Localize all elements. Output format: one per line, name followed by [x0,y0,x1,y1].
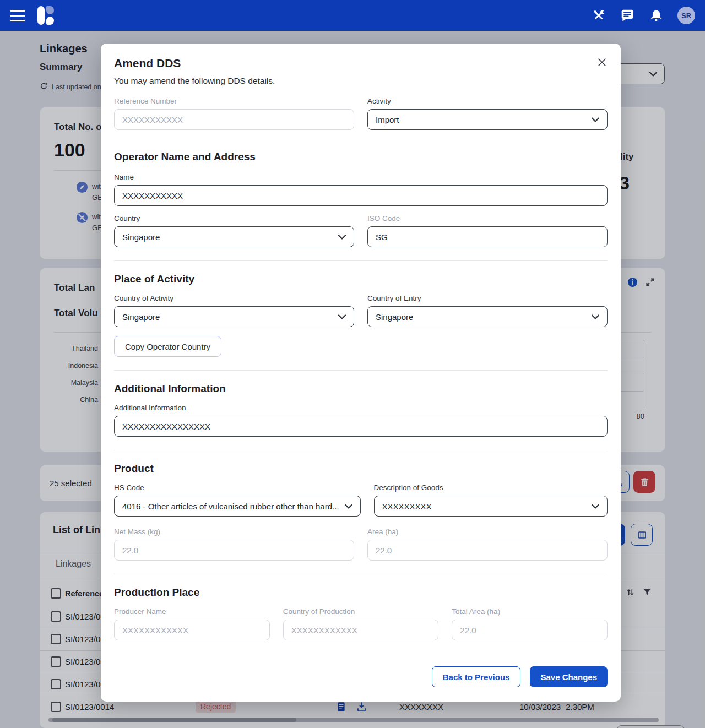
name-label: Name [114,173,608,181]
product-section-heading: Product [114,463,608,475]
reference-number-field: Reference Number [114,97,354,130]
hs-code-select[interactable]: 4016 - Other articles of vulcanised rubb… [114,496,361,517]
chevron-down-icon [338,314,346,319]
place-section-heading: Place of Activity [114,273,608,285]
producer-name-field: Producer Name [114,607,270,640]
operator-section-heading: Operator Name and Address [114,151,608,163]
additional-information-label: Additional Information [114,404,608,412]
iso-code-input[interactable] [367,226,608,247]
country-field: Country Singapore [114,214,354,247]
reference-number-input [114,109,354,130]
country-of-activity-select[interactable]: Singapore [114,306,354,327]
net-mass-input [114,540,354,561]
hs-code-label: HS Code [114,483,361,492]
chevron-down-icon [592,314,599,319]
description-of-goods-field: Description of Goods XXXXXXXXX [374,483,608,517]
close-icon[interactable] [595,56,609,69]
user-avatar[interactable]: SR [677,7,695,24]
total-area-label: Total Area (ha) [452,607,608,616]
name-input[interactable] [114,185,608,206]
chevron-down-icon [592,117,599,122]
back-to-previous-button[interactable]: Back to Previous [432,666,521,687]
chat-icon[interactable] [620,8,634,23]
bell-icon[interactable] [649,8,663,23]
activity-select[interactable]: Import [367,109,608,130]
country-of-production-input [283,620,439,640]
activity-label: Activity [367,97,608,105]
country-of-entry-field: Country of Entry Singapore [367,294,608,327]
chevron-down-icon [592,504,599,509]
copy-operator-country-button[interactable]: Copy Operator Country [114,336,221,357]
amend-dds-modal: Amend DDS You may amend the following DD… [101,44,621,702]
country-of-production-field: Country of Production [283,607,439,640]
country-of-activity-field: Country of Activity Singapore [114,294,354,327]
modal-subtitle: You may amend the following DDS details. [114,76,608,86]
country-select[interactable]: Singapore [114,226,354,247]
hs-code-field: HS Code 4016 - Other articles of vulcani… [114,483,361,517]
app-logo [37,6,55,25]
iso-code-field: ISO Code [367,214,608,247]
net-mass-label: Net Mass (kg) [114,528,354,536]
net-mass-field: Net Mass (kg) [114,528,354,561]
menu-icon[interactable] [10,10,25,21]
reference-number-label: Reference Number [114,97,354,105]
iso-code-label: ISO Code [367,214,608,222]
additional-section-heading: Additional Information [114,383,608,395]
activity-field: Activity Import [367,97,608,130]
modal-title: Amend DDS [114,57,608,70]
description-of-goods-select[interactable]: XXXXXXXXX [374,496,608,517]
production-section-heading: Production Place [114,586,608,599]
area-label: Area (ha) [367,528,608,536]
save-changes-button[interactable]: Save Changes [530,666,608,687]
name-field: Name [114,173,608,206]
producer-name-input [114,620,270,640]
description-of-goods-label: Description of Goods [374,483,608,492]
chevron-down-icon [338,235,346,240]
total-area-input [452,620,608,640]
tools-icon[interactable] [592,8,606,23]
country-of-entry-select[interactable]: Singapore [367,306,608,327]
top-navbar: SR [0,0,705,31]
additional-information-field: Additional Information [114,404,608,437]
chevron-down-icon [345,504,352,509]
country-of-entry-label: Country of Entry [367,294,608,302]
country-of-production-label: Country of Production [283,607,439,616]
country-of-activity-label: Country of Activity [114,294,354,302]
additional-information-input[interactable] [114,416,608,437]
producer-name-label: Producer Name [114,607,270,616]
total-area-field: Total Area (ha) [452,607,608,640]
country-label: Country [114,214,354,222]
area-input [367,540,608,561]
area-field: Area (ha) [367,528,608,561]
